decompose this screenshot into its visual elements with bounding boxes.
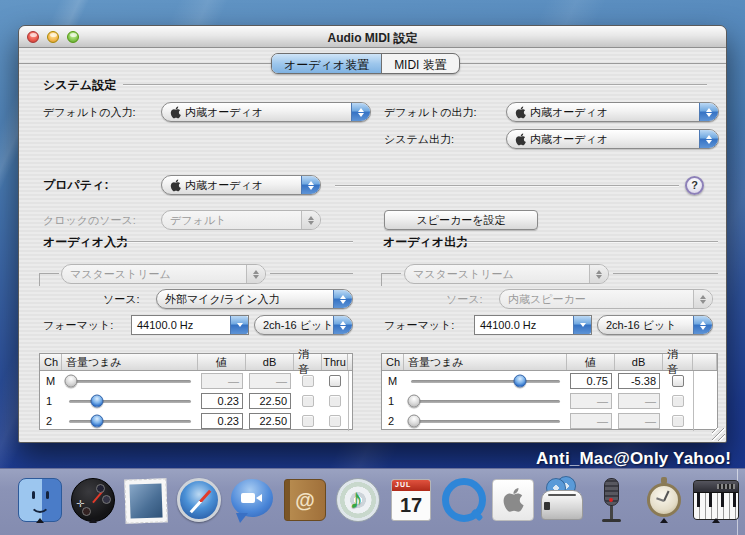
input-source-popup[interactable]: 外部マイク/ライン入力	[156, 289, 353, 309]
output-bit-depth-popup[interactable]: 2ch-16 ビット	[597, 315, 713, 335]
popup-arrows-icon	[301, 211, 320, 229]
apple-icon	[502, 487, 524, 513]
popup-arrows-icon	[693, 290, 712, 308]
clock-source-label: クロックのソース:	[43, 210, 136, 230]
resize-grip[interactable]	[712, 428, 725, 441]
master-volume-slider	[62, 371, 198, 391]
col-thru: Thru	[322, 354, 348, 370]
db-field[interactable]: -5.38	[618, 373, 660, 389]
tab-audio-devices[interactable]: オーディオ装置	[272, 54, 381, 73]
dock-icon-ical[interactable]: JUL17	[387, 476, 435, 524]
db-field[interactable]: 22.50	[249, 413, 291, 429]
default-output-popup[interactable]: 内蔵オーディオ	[506, 102, 719, 122]
input-mixer-table: Ch 音量つまみ 値 dB 消音 Thru M — — 1	[39, 353, 353, 430]
output-sample-rate-combo[interactable]: 44100.0 Hz	[474, 315, 592, 335]
input-bit-depth-popup[interactable]: 2ch-16 ビット	[254, 315, 353, 335]
desktop: Audio MIDI 設定 オーディオ装置 MIDI 装置 システム設定 デフォ…	[0, 0, 745, 535]
popup-arrows-icon	[333, 316, 352, 334]
value-field[interactable]: 0.23	[201, 413, 243, 429]
dock-icon-quicktime[interactable]	[440, 476, 488, 524]
value-field[interactable]: 0.75	[570, 373, 612, 389]
configure-speakers-button[interactable]: スピーカーを設定	[384, 210, 538, 230]
group-corner	[381, 273, 382, 286]
thru-checkbox[interactable]	[329, 375, 341, 387]
col-ch: Ch	[40, 354, 62, 370]
output-source-label: ソース:	[446, 289, 483, 309]
input-table-header: Ch 音量つまみ 値 dB 消音 Thru	[40, 354, 352, 371]
clock-source-popup: デフォルト	[161, 210, 321, 230]
channel1-volume-slider[interactable]	[62, 391, 198, 411]
default-input-popup[interactable]: 内蔵オーディオ	[161, 102, 371, 122]
output-table-header: Ch 音量つまみ 値 dB 消音	[382, 354, 717, 371]
popup-arrows-icon	[301, 176, 320, 194]
apple-icon	[515, 133, 526, 146]
dock: ✛ @ ♪ JUL17	[0, 468, 745, 535]
device-tab-group: オーディオ装置 MIDI 装置	[271, 53, 460, 74]
dock-icon-ichat[interactable]	[228, 476, 276, 524]
popup-arrows-icon	[699, 130, 718, 148]
output-row-1: 1 — —	[382, 391, 717, 411]
audio-input-header: オーディオ入力	[43, 234, 128, 251]
master-volume-slider[interactable]	[404, 371, 567, 391]
popup-arrows-icon	[333, 290, 352, 308]
col-mute: 消音	[663, 354, 693, 370]
system-output-label: システム出力:	[384, 129, 454, 149]
input-format-label: フォーマット:	[43, 315, 113, 335]
running-indicator	[36, 518, 44, 523]
window-title: Audio MIDI 設定	[19, 30, 726, 47]
db-field: —	[618, 393, 660, 409]
output-row-2: 2 — —	[382, 411, 717, 431]
system-output-popup[interactable]: 内蔵オーディオ	[506, 129, 719, 149]
col-volume: 音量つまみ	[404, 354, 567, 370]
mute-checkbox[interactable]	[672, 375, 684, 387]
value-field: —	[570, 413, 612, 429]
output-row-master: M 0.75 -5.38	[382, 371, 717, 391]
dock-icon-safari[interactable]	[175, 476, 223, 524]
group-corner	[613, 273, 718, 274]
value-field: —	[570, 393, 612, 409]
running-indicator	[660, 518, 668, 523]
value-field[interactable]: 0.23	[201, 393, 243, 409]
audio-output-rule	[459, 241, 718, 243]
input-row-2: 2 0.23 22.50	[40, 411, 352, 431]
popup-arrows-icon	[699, 103, 718, 121]
titlebar[interactable]: Audio MIDI 設定	[19, 26, 726, 48]
combo-arrow-icon	[573, 316, 591, 334]
col-volume: 音量つまみ	[62, 354, 198, 370]
properties-label: プロパティ:	[43, 175, 108, 195]
mute-checkbox	[302, 375, 314, 387]
channel2-volume-slider[interactable]	[62, 411, 198, 431]
output-source-popup: 内蔵スピーカー	[499, 289, 713, 309]
help-button[interactable]: ?	[685, 176, 704, 195]
db-field: —	[249, 373, 291, 389]
dock-icon-microphone[interactable]	[588, 476, 636, 524]
dock-icon-apple-box[interactable]	[489, 476, 537, 524]
group-corner	[381, 273, 401, 274]
popup-arrows-icon	[351, 103, 370, 121]
properties-rule	[335, 185, 679, 187]
popup-arrows-icon	[693, 316, 712, 334]
apple-icon	[515, 106, 526, 119]
dock-icon-itunes[interactable]: ♪	[334, 476, 382, 524]
system-settings-rule	[123, 84, 707, 86]
col-value: 値	[567, 354, 615, 370]
mute-checkbox	[672, 415, 684, 427]
dock-icon-midi-keyboard[interactable]	[692, 476, 740, 524]
dock-icon-toast[interactable]	[538, 476, 586, 524]
output-format-label: フォーマット:	[384, 315, 454, 335]
running-indicator	[89, 518, 97, 523]
db-field[interactable]: 22.50	[249, 393, 291, 409]
input-stream-popup: マスターストリーム	[61, 264, 266, 284]
tab-midi-devices[interactable]: MIDI 装置	[381, 54, 459, 73]
apple-icon	[170, 179, 181, 192]
dock-icon-stopwatch[interactable]	[640, 476, 688, 524]
dock-icon-finder[interactable]	[16, 476, 64, 524]
output-mixer-table: Ch 音量つまみ 値 dB 消音 M 0.75 -5.38 1	[381, 353, 718, 430]
dock-icon-mail[interactable]	[122, 476, 170, 524]
dock-icon-dashboard[interactable]: ✛	[69, 476, 117, 524]
channel1-volume-slider	[404, 391, 567, 411]
properties-device-popup[interactable]: 内蔵オーディオ	[161, 175, 321, 195]
value-field: —	[201, 373, 243, 389]
dock-icon-address-book[interactable]: @	[281, 476, 329, 524]
input-sample-rate-combo[interactable]: 44100.0 Hz	[131, 315, 249, 335]
